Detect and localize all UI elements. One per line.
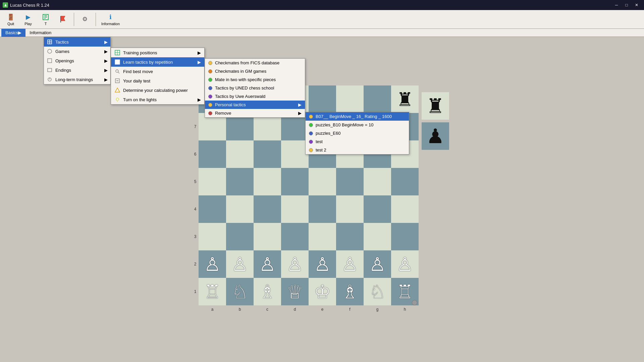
rank-label-7: 7 [192, 113, 199, 140]
cell-d5 [281, 168, 309, 195]
cell-h8: ♜ [391, 85, 419, 113]
longterm-icon [47, 76, 53, 82]
file-label-d: d [281, 305, 309, 313]
cell-f1: ♗ [336, 278, 364, 305]
menu-l1-endings[interactable]: Endings ▶ [44, 65, 110, 75]
file-label-g: g [364, 305, 391, 313]
daily-test-icon [114, 78, 120, 84]
cell-g8 [364, 85, 391, 113]
cell-g2: ♙ [364, 250, 391, 278]
cell-c4 [254, 195, 281, 223]
cell-b1: ♘ [226, 278, 254, 305]
cell-e2: ♙ [309, 250, 336, 278]
cell-e5 [309, 168, 336, 195]
information-button[interactable]: ℹ Information [99, 12, 122, 27]
cell-a3 [199, 223, 226, 250]
menu-l2-daily-test[interactable]: Your daily test [111, 76, 204, 85]
menu-l2-calculating[interactable]: Determine your calculating power [111, 85, 204, 95]
lights-icon [114, 97, 120, 103]
cell-b6 [226, 140, 254, 168]
test2-dot [309, 148, 313, 152]
learn-tactics-icon [114, 59, 120, 65]
cell-g1: ♘ [364, 278, 391, 305]
gm-dot [208, 69, 212, 73]
play-button[interactable]: ▶ Play [20, 12, 36, 27]
menu-l3-checkmates-gm[interactable]: Checkmates in GM games [205, 67, 305, 75]
close-button[interactable]: ✕ [632, 2, 641, 8]
play-icon: ▶ [24, 13, 32, 21]
flag-button[interactable] [55, 14, 71, 25]
cell-g4 [364, 195, 391, 223]
cell-d4 [281, 195, 309, 223]
cell-e8 [309, 85, 336, 113]
minimize-button[interactable]: ─ [612, 2, 621, 8]
cell-h5 [391, 168, 419, 195]
gear-button[interactable]: ⚙ [77, 14, 93, 25]
rank-label-3: 3 [192, 223, 199, 250]
menu-l3-mate-two[interactable]: Mate in two with specific pieces [205, 75, 305, 84]
menu-level2: Training positions ▶ Learn tactics by re… [111, 48, 205, 105]
black-rook-display: ♜ [422, 92, 449, 120]
rank-label-4: 4 [192, 195, 199, 223]
menu-level4: B07__ BeginMove _ 16_ Rating _ 1600 puzz… [305, 112, 409, 155]
cell-e3 [309, 223, 336, 250]
menubar-basics[interactable]: Basics ▶ [1, 29, 25, 37]
cell-d1: ♕ [281, 278, 309, 305]
cell-b3 [226, 223, 254, 250]
cell-a5 [199, 168, 226, 195]
svg-point-22 [116, 98, 119, 101]
mate-two-dot [208, 78, 212, 82]
gear-icon: ⚙ [81, 15, 89, 23]
menu-l2-turn-lights[interactable]: Turn on the lights ▶ [111, 95, 204, 104]
b10-dot [309, 123, 313, 127]
menu-l2-training-pos[interactable]: Training positions ▶ [111, 48, 204, 57]
menu-l3-tactics-uwe[interactable]: Tactics by Uwe Auerswald [205, 92, 305, 101]
menu-l2-learn-tactics[interactable]: Learn tactics by repetition ▶ [111, 57, 204, 67]
training-button[interactable]: T [38, 12, 54, 27]
menu-l4-test[interactable]: test [306, 137, 409, 146]
rank-label-6: 6 [192, 140, 199, 168]
maximize-button[interactable]: □ [622, 2, 631, 8]
menu-l4-puzzles-b10[interactable]: puzzles_B10 BeginMove = 10 [306, 121, 409, 129]
svg-point-17 [116, 70, 118, 72]
svg-line-18 [118, 72, 119, 73]
svg-point-8 [48, 49, 52, 53]
menu-level3: Checkmates from FICS database Checkmates… [205, 58, 305, 118]
menu-l3-personal-tactics[interactable]: Personal tactics ▶ [205, 101, 305, 109]
menu-l3-checkmates-fics[interactable]: Checkmates from FICS database [205, 59, 305, 67]
cell-f2: ♙ [336, 250, 364, 278]
title-bar: ♟ Lucas Chess R 1.24 ─ □ ✕ [0, 0, 644, 10]
cell-a4 [199, 195, 226, 223]
app-title: Lucas Chess R 1.24 [10, 3, 49, 8]
menu-l1-longterm[interactable]: Long-term trainings ▶ [44, 75, 110, 84]
menu-level1: Tactics ▶ Games ▶ Openings ▶ [44, 37, 111, 84]
rank-label-1: 1 [192, 278, 199, 305]
tactics-icon [47, 39, 53, 45]
test-dot [309, 140, 313, 144]
menu-l3-tactics-uned[interactable]: Tactics by UNED chess school [205, 84, 305, 92]
menu-l4-b07[interactable]: B07__ BeginMove _ 16_ Rating _ 1600 [306, 112, 409, 121]
openings-icon [47, 58, 53, 64]
menu-l4-test2[interactable]: test 2 [306, 146, 409, 154]
file-label-c: c [254, 305, 281, 313]
remove-dot [208, 111, 212, 115]
menu-l1-openings[interactable]: Openings ▶ [44, 56, 110, 65]
uwe-dot [208, 95, 212, 99]
app-icon: ♟ [3, 2, 8, 8]
quit-button[interactable]: 🚪 Quit [3, 12, 19, 27]
cell-h4 [391, 195, 419, 223]
menu-l4-puzzles-e60[interactable]: puzzles_E60 [306, 129, 409, 137]
training-icon [42, 13, 50, 21]
menu-l2-find-best[interactable]: Find best move [111, 67, 204, 76]
games-icon [47, 48, 53, 54]
menu-l1-tactics[interactable]: Tactics ▶ [44, 37, 110, 47]
toolbar-separator-2 [96, 13, 96, 26]
cell-e1: ♔ [309, 278, 336, 305]
menubar-information[interactable]: Information [25, 29, 55, 37]
svg-marker-21 [115, 88, 120, 92]
scroll-indicator [412, 300, 417, 305]
menu-l1-games[interactable]: Games ▶ [44, 47, 110, 56]
menu-l3-remove[interactable]: Remove ▶ [205, 109, 305, 117]
training-pos-icon [114, 50, 120, 56]
cell-d2: ♙ [281, 250, 309, 278]
